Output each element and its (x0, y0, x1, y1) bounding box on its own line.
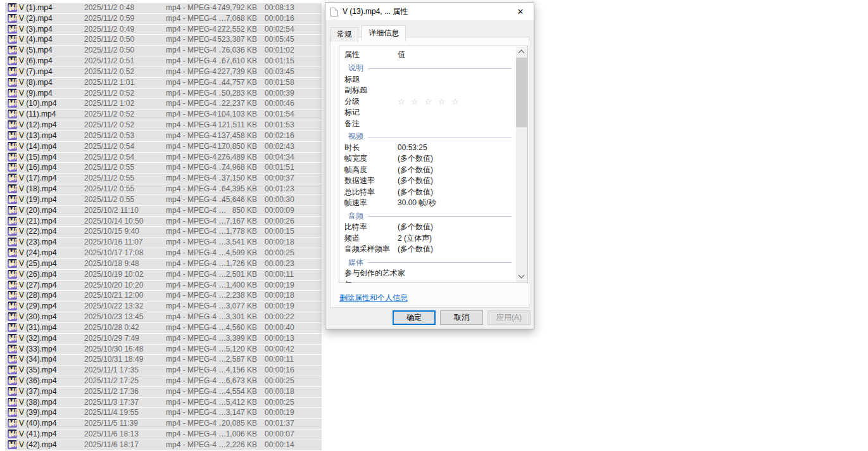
property-row[interactable]: 帧高度(多个数值) (339, 165, 517, 176)
file-name: V (21).mp4 (19, 217, 56, 226)
property-label: 帧高度 (344, 165, 367, 176)
file-row[interactable]: ▶ MP4 V (42).mp4 2025/11/6 18:17 mp4 - M… (5, 440, 322, 451)
file-row[interactable]: ▶ MP4 V (2).mp4 2025/11/2 0:59 mp4 - MPE… (5, 14, 322, 25)
file-row[interactable]: ▶ MP4 V (23).mp4 2025/10/16 11:07 mp4 - … (5, 238, 322, 248)
file-row[interactable]: ▶ MP4 V (19).mp4 2025/11/2 0:55 mp4 - MP… (5, 195, 322, 206)
property-row[interactable]: 频道2 (立体声) (339, 233, 517, 245)
property-row[interactable]: 标记 (339, 107, 517, 118)
property-row[interactable]: 时长00:53:25 (339, 143, 517, 154)
property-label: 比特率 (344, 222, 367, 233)
scroll-down-icon[interactable] (516, 271, 527, 282)
mp4-badge: MP4 (8, 248, 16, 252)
file-row[interactable]: ▶ MP4 V (38).mp4 2025/11/3 17:37 mp4 - M… (5, 398, 322, 409)
property-row[interactable]: 副标题 (339, 85, 517, 96)
file-row[interactable]: ▶ MP4 V (9).mp4 2025/11/2 0:52 mp4 - MPE… (5, 89, 322, 99)
file-duration: 00:03:45 (265, 67, 294, 77)
scroll-up-icon[interactable] (516, 47, 527, 58)
property-value: (多个数值) (398, 244, 433, 255)
property-list-header: 属性 值 (339, 49, 517, 61)
scrollbar[interactable] (516, 47, 527, 282)
property-row[interactable]: 比特率(多个数值) (339, 222, 517, 233)
file-row[interactable]: ▶ MP4 V (5).mp4 2025/11/2 0:50 mp4 - MPE… (5, 46, 322, 56)
apply-button[interactable]: 应用(A) (487, 310, 531, 325)
scrollbar-thumb[interactable] (516, 58, 527, 127)
remove-properties-link[interactable]: 删除属性和个人信息 (339, 293, 408, 303)
file-row[interactable]: ▶ MP4 V (30).mp4 2025/10/23 13:45 mp4 - … (5, 312, 322, 323)
file-row[interactable]: ▶ MP4 V (20).mp4 2025/10/2 11:10 mp4 - M… (5, 206, 322, 217)
file-row[interactable]: ▶ MP4 V (16).mp4 2025/11/2 0:55 mp4 - MP… (5, 163, 322, 174)
file-row[interactable]: ▶ MP4 V (6).mp4 2025/11/2 0:51 mp4 - MPE… (5, 56, 322, 67)
file-row[interactable]: ▶ MP4 V (21).mp4 2025/10/14 10:50 mp4 - … (5, 217, 322, 227)
mp4-file-icon: ▶ MP4 (8, 184, 17, 193)
file-name: V (12).mp4 (19, 120, 56, 130)
file-name: V (40).mp4 (19, 419, 56, 428)
cancel-button[interactable]: 取消 (440, 310, 483, 325)
property-row[interactable]: 年 (339, 279, 517, 284)
file-row[interactable]: ▶ MP4 V (3).mp4 2025/11/2 0:49 mp4 - MPE… (5, 25, 322, 35)
mp4-badge: MP4 (8, 376, 16, 380)
file-row[interactable]: ▶ MP4 V (37).mp4 2025/11/2 17:36 mp4 - M… (5, 387, 322, 398)
file-row[interactable]: ▶ MP4 V (27).mp4 2025/10/20 10:20 mp4 - … (5, 281, 322, 291)
file-row[interactable]: ▶ MP4 V (18).mp4 2025/11/2 0:55 mp4 - MP… (5, 184, 322, 195)
file-size: 3,399 KB (198, 334, 257, 343)
file-name: V (14).mp4 (19, 142, 56, 151)
property-value: (多个数值) (398, 175, 433, 187)
file-row[interactable]: ▶ MP4 V (41).mp4 2025/11/6 18:13 mp4 - M… (5, 429, 322, 440)
mp4-badge: MP4 (8, 302, 16, 305)
file-name: V (3).mp4 (19, 25, 53, 34)
file-row[interactable]: ▶ MP4 V (28).mp4 2025/10/21 12:00 mp4 - … (5, 291, 322, 302)
dialog-titlebar[interactable]: V (13).mp4, ... 属性 ✕ (325, 3, 534, 20)
mp4-file-icon: ▶ MP4 (8, 376, 17, 385)
property-row[interactable]: 帧宽度(多个数值) (339, 153, 517, 165)
file-row[interactable]: ▶ MP4 V (1).mp4 2025/11/2 0:48 mp4 - MPE… (5, 3, 322, 14)
property-row[interactable]: 参与创作的艺术家 (339, 268, 517, 279)
property-row[interactable]: 帧速率30.00 帧/秒 (339, 198, 517, 209)
file-row[interactable]: ▶ MP4 V (14).mp4 2025/11/2 0:54 mp4 - MP… (5, 142, 322, 153)
file-row[interactable]: ▶ MP4 V (13).mp4 2025/11/2 0:53 mp4 - MP… (5, 131, 322, 142)
file-row[interactable]: ▶ MP4 V (11).mp4 2025/11/2 0:52 mp4 - MP… (5, 110, 322, 120)
file-row[interactable]: ▶ MP4 V (40).mp4 2025/11/5 11:39 mp4 - M… (5, 419, 322, 429)
file-row[interactable]: ▶ MP4 V (24).mp4 2025/10/17 17:08 mp4 - … (5, 248, 322, 259)
property-row[interactable]: 标题 (339, 74, 517, 86)
mp4-badge: MP4 (8, 78, 16, 82)
file-row[interactable]: ▶ MP4 V (7).mp4 2025/11/2 0:52 mp4 - MPE… (5, 67, 322, 78)
file-duration: 00:00:23 (265, 259, 294, 269)
file-row[interactable]: ▶ MP4 V (12).mp4 2025/11/2 0:52 mp4 - MP… (5, 120, 322, 131)
tab-general[interactable]: 常规 (330, 27, 358, 42)
file-row[interactable]: ▶ MP4 V (15).mp4 2025/11/2 0:54 mp4 - MP… (5, 153, 322, 163)
file-row[interactable]: ▶ MP4 V (22).mp4 2025/10/15 9:40 mp4 - M… (5, 227, 322, 238)
file-row[interactable]: ▶ MP4 V (25).mp4 2025/10/18 9:48 mp4 - M… (5, 259, 322, 270)
file-row[interactable]: ▶ MP4 V (29).mp4 2025/10/22 13:32 mp4 - … (5, 302, 322, 312)
file-row[interactable]: ▶ MP4 V (33).mp4 2025/10/30 16:48 mp4 - … (5, 345, 322, 355)
file-row[interactable]: ▶ MP4 V (26).mp4 2025/10/19 10:02 mp4 - … (5, 270, 322, 281)
file-size: 749,792 KB (198, 3, 257, 13)
file-row[interactable]: ▶ MP4 V (39).mp4 2025/11/4 19:55 mp4 - M… (5, 408, 322, 419)
file-date-modified: 2025/10/15 9:40 (84, 227, 139, 236)
file-row[interactable]: ▶ MP4 V (10).mp4 2025/11/2 1:02 mp4 - MP… (5, 99, 322, 110)
property-row[interactable]: 分级☆ ☆ ☆ ☆ ☆ (339, 96, 517, 108)
file-row[interactable]: ▶ MP4 V (4).mp4 2025/11/2 0:50 mp4 - MPE… (5, 35, 322, 46)
property-row[interactable]: 备注 (339, 118, 517, 130)
file-row[interactable]: ▶ MP4 V (8).mp4 2025/11/2 1:01 mp4 - MPE… (5, 78, 322, 89)
file-date-modified: 2025/11/2 0:55 (84, 184, 134, 194)
file-size: 227,739 KB (198, 67, 257, 77)
file-date-modified: 2025/11/2 0:59 (84, 14, 134, 23)
file-date-modified: 2025/11/2 0:54 (84, 153, 134, 162)
property-row[interactable]: 数据速率(多个数值) (339, 175, 517, 187)
file-row[interactable]: ▶ MP4 V (36).mp4 2025/11/2 17:25 mp4 - M… (5, 376, 322, 387)
file-duration: 00:01:23 (265, 184, 294, 194)
file-duration: 00:00:19 (265, 302, 294, 311)
ok-button[interactable]: 确定 (393, 310, 436, 325)
file-row[interactable]: ▶ MP4 V (17).mp4 2025/11/2 0:55 mp4 - MP… (5, 174, 322, 184)
file-row[interactable]: ▶ MP4 V (35).mp4 2025/11/1 17:35 mp4 - M… (5, 365, 322, 376)
tab-details[interactable]: 详细信息 (362, 25, 406, 41)
property-row[interactable]: 音频采样频率(多个数值) (339, 244, 517, 255)
file-row[interactable]: ▶ MP4 V (32).mp4 2025/10/29 7:49 mp4 - M… (5, 334, 322, 345)
property-row[interactable]: 总比特率(多个数值) (339, 187, 517, 198)
file-row[interactable]: ▶ MP4 V (34).mp4 2025/10/31 18:49 mp4 - … (5, 355, 322, 365)
mp4-file-icon: ▶ MP4 (8, 3, 17, 12)
tab-strip: 常规 详细信息 (330, 25, 534, 38)
close-icon[interactable]: ✕ (507, 3, 534, 20)
file-name: V (42).mp4 (19, 440, 56, 450)
file-row[interactable]: ▶ MP4 V (31).mp4 2025/10/28 0:42 mp4 - M… (5, 323, 322, 334)
